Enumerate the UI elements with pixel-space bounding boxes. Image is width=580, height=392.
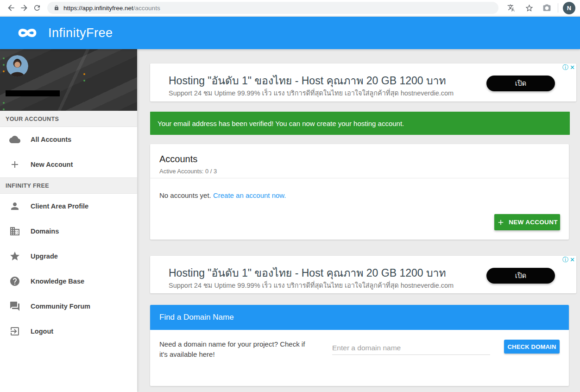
ad-banner-bottom: ⓘ ✕ Hosting "อันดับ 1" ของไทย - Host คุณ… xyxy=(150,256,576,293)
sidebar-item-label: All Accounts xyxy=(31,136,71,143)
accounts-card-body: No accounts yet. Create an account now. … xyxy=(150,178,569,239)
camera-icon[interactable] xyxy=(540,1,553,14)
browser-profile-avatar[interactable]: N xyxy=(563,2,575,14)
ad-info-icon[interactable]: ⓘ xyxy=(562,256,568,263)
browser-chrome: https://app.infinityfree.net/accounts N xyxy=(0,0,580,16)
url-host: https://app.infinityfree.net xyxy=(63,5,133,12)
find-domain-card: Find a Domain Name Need a domain name fo… xyxy=(150,305,569,386)
ad-headline[interactable]: Hosting "อันดับ 1" ของไทย - Host คุณภาพ … xyxy=(169,265,446,281)
ad-close-icon[interactable]: ✕ xyxy=(570,256,575,263)
domain-icon xyxy=(9,226,20,237)
bookmark-star-icon[interactable] xyxy=(523,1,536,14)
find-domain-body: Need a domain name for your project? Che… xyxy=(150,330,569,386)
sidebar: YOUR ACCOUNTS All Accounts New Account I… xyxy=(0,49,137,392)
no-accounts-text: No accounts yet. Create an account now. xyxy=(159,191,286,199)
profile-photo[interactable] xyxy=(6,55,28,77)
plus-icon xyxy=(9,159,20,170)
address-bar[interactable]: https://app.infinityfree.net/accounts xyxy=(47,2,498,14)
sidebar-item-label: New Account xyxy=(31,161,73,168)
person-icon xyxy=(9,201,20,212)
redacted-username xyxy=(6,90,60,96)
active-accounts-count: Active Accounts: 0 / 3 xyxy=(159,168,560,175)
server-leds-decoration xyxy=(3,57,5,59)
forum-icon xyxy=(9,301,20,312)
sidebar-item-client-area-profile[interactable]: Client Area Profile xyxy=(0,194,137,219)
translate-icon[interactable] xyxy=(505,1,518,14)
sidebar-item-label: Domains xyxy=(31,228,59,235)
sidebar-item-label: Community Forum xyxy=(31,303,90,310)
sidebar-item-label: Logout xyxy=(31,328,53,335)
logout-icon xyxy=(9,326,20,337)
create-account-link[interactable]: Create an account now. xyxy=(213,191,286,199)
profile-banner xyxy=(0,49,137,111)
sidebar-item-community-forum[interactable]: Community Forum xyxy=(0,294,137,319)
browser-actions: N xyxy=(505,1,575,14)
help-icon xyxy=(9,276,20,287)
ad-description: Support 24 ชม Uptime 99.99% เร็ว แรง บริ… xyxy=(169,280,454,291)
sidebar-item-knowledge-base[interactable]: Knowledge Base xyxy=(0,269,137,294)
sidebar-section-infinity-free: INFINITY FREE xyxy=(0,177,137,194)
sidebar-item-logout[interactable]: Logout xyxy=(0,319,137,344)
new-account-button-label: NEW ACCOUNT xyxy=(509,219,558,226)
accounts-title: Accounts xyxy=(159,154,560,164)
sidebar-item-label: Upgrade xyxy=(31,253,58,260)
divider xyxy=(558,3,558,13)
cloud-icon xyxy=(9,134,20,145)
sidebar-item-domains[interactable]: Domains xyxy=(0,219,137,244)
ad-description: Support 24 ชม Uptime 99.99% เร็ว แรง บริ… xyxy=(169,88,454,98)
success-notification: Your email address has been verified! Yo… xyxy=(150,112,570,135)
brand-title: InfinityFree xyxy=(48,26,113,40)
ad-cta-button[interactable]: เปิด xyxy=(486,268,555,284)
domain-description: Need a domain name for your project? Che… xyxy=(159,339,307,360)
main-content: ⓘ ✕ Hosting "อันดับ 1" ของไทย - Host คุณ… xyxy=(137,49,580,392)
lock-icon xyxy=(54,5,59,11)
star-icon xyxy=(9,251,20,262)
domain-name-input[interactable] xyxy=(332,341,490,355)
sidebar-item-label: Knowledge Base xyxy=(31,278,84,285)
forward-button[interactable] xyxy=(18,1,31,14)
ad-headline[interactable]: Hosting "อันดับ 1" ของไทย - Host คุณภาพ … xyxy=(169,72,446,89)
check-domain-button[interactable]: CHECK DOMAIN xyxy=(504,340,560,354)
infinityfree-logo-icon xyxy=(12,25,43,41)
sidebar-section-your-accounts: YOUR ACCOUNTS xyxy=(0,111,137,127)
sidebar-item-new-account[interactable]: New Account xyxy=(0,152,137,177)
ad-info-icon[interactable]: ⓘ xyxy=(562,64,568,71)
accounts-card: Accounts Active Accounts: 0 / 3 No accou… xyxy=(150,144,569,240)
sidebar-item-upgrade[interactable]: Upgrade xyxy=(0,244,137,269)
accounts-card-header: Accounts Active Accounts: 0 / 3 xyxy=(150,144,569,178)
reload-button[interactable] xyxy=(31,1,44,14)
back-button[interactable] xyxy=(5,1,18,14)
plus-icon xyxy=(497,218,505,227)
new-account-button[interactable]: NEW ACCOUNT xyxy=(494,214,560,230)
ad-banner-top: ⓘ ✕ Hosting "อันดับ 1" ของไทย - Host คุณ… xyxy=(150,63,576,101)
find-domain-header: Find a Domain Name xyxy=(150,305,569,330)
url-text: https://app.infinityfree.net/accounts xyxy=(63,5,160,12)
empty-state-text: No accounts yet. xyxy=(159,191,211,199)
app-header: InfinityFree xyxy=(0,17,580,49)
ad-close-icon[interactable]: ✕ xyxy=(570,64,575,71)
url-path: /accounts xyxy=(133,5,160,12)
sidebar-item-label: Client Area Profile xyxy=(31,202,88,210)
ad-cta-button[interactable]: เปิด xyxy=(486,76,555,91)
sidebar-item-all-accounts[interactable]: All Accounts xyxy=(0,127,137,152)
